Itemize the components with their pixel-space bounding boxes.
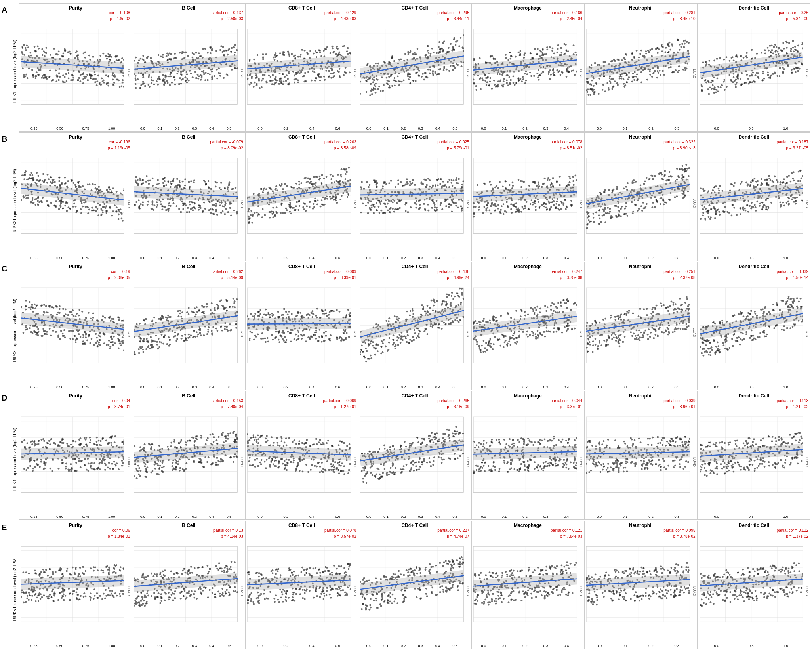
- svg-point-424: [192, 76, 194, 78]
- svg-point-8493: [715, 442, 717, 444]
- svg-point-9753: [400, 573, 402, 575]
- svg-point-3962: [604, 207, 606, 209]
- p-val: p = 3.45e-10: [673, 17, 695, 21]
- svg-point-2471: [37, 200, 39, 202]
- svg-point-6212: [667, 328, 669, 330]
- svg-point-2673: [215, 203, 217, 205]
- corr-text-C-4: partial.cor = 0.247p = 3.75e-08: [551, 269, 582, 281]
- svg-point-7838: [520, 463, 522, 465]
- svg-point-1160: [390, 75, 392, 77]
- svg-point-5259: [341, 338, 343, 340]
- svg-point-533: [219, 75, 221, 77]
- svg-point-486: [170, 75, 172, 77]
- svg-point-8606: [801, 437, 802, 439]
- svg-point-1389: [533, 75, 535, 77]
- svg-point-10058: [530, 592, 532, 594]
- svg-point-90: [58, 79, 60, 81]
- svg-point-10216: [555, 586, 557, 588]
- svg-point-7844: [473, 441, 475, 443]
- svg-point-9789: [457, 589, 459, 591]
- svg-point-861: [326, 46, 328, 48]
- svg-point-9521: [337, 595, 339, 597]
- svg-point-2909: [309, 206, 311, 208]
- svg-point-5185: [252, 315, 254, 317]
- svg-point-10065: [509, 594, 511, 596]
- svg-point-7402: [326, 460, 328, 462]
- svg-point-827: [297, 56, 299, 58]
- svg-point-1177: [423, 79, 425, 81]
- svg-point-3345: [407, 183, 409, 185]
- svg-point-5794: [513, 338, 515, 340]
- svg-point-3305: [457, 183, 459, 185]
- svg-point-10503: [588, 592, 590, 594]
- svg-point-775: [343, 74, 345, 76]
- svg-point-6350: [745, 331, 747, 333]
- plot-D-cd8+-t-cell: CD8+ T Cellpartial.cor = -0.069p = 1.27e…: [245, 391, 358, 519]
- svg-point-2851: [286, 185, 288, 187]
- svg-point-10823: [745, 592, 747, 594]
- svg-point-2760: [212, 209, 214, 211]
- svg-point-7129: [148, 443, 150, 445]
- svg-point-5297: [267, 340, 269, 342]
- svg-point-3476: [559, 184, 561, 186]
- svg-point-178: [21, 53, 23, 55]
- svg-point-7157: [196, 439, 198, 441]
- svg-point-2515: [147, 204, 149, 206]
- svg-point-1832: [669, 42, 671, 44]
- svg-point-520: [214, 75, 216, 77]
- corr-label: partial.cor = -0.079: [210, 140, 243, 144]
- svg-point-6947: [218, 460, 220, 462]
- corr-label: partial.cor = 0.26: [779, 11, 808, 15]
- svg-point-8400: [671, 438, 673, 440]
- svg-point-7776: [371, 466, 373, 468]
- svg-point-7167: [136, 477, 138, 479]
- svg-point-5673: [544, 305, 546, 307]
- svg-point-9851: [435, 565, 437, 567]
- svg-point-1796: [632, 73, 634, 75]
- svg-point-1088: [383, 61, 385, 63]
- svg-point-727: [311, 80, 313, 82]
- svg-point-10789: [760, 592, 762, 594]
- svg-point-5230: [313, 334, 315, 336]
- svg-point-2074: [740, 55, 742, 57]
- svg-point-7917: [484, 462, 486, 464]
- plot-B-cd4+-t-cell: CD4+ T Cellpartial.cor = 0.025p = 5.79e-…: [358, 132, 471, 261]
- svg-point-9806: [390, 596, 392, 598]
- svg-point-8244: [668, 443, 670, 445]
- svg-point-8052: [566, 460, 568, 462]
- svg-point-6641: [84, 458, 86, 460]
- svg-point-5391: [427, 305, 429, 307]
- svg-point-2663: [189, 211, 191, 213]
- svg-point-7554: [434, 439, 436, 441]
- svg-point-7300: [326, 442, 328, 444]
- svg-point-559: [205, 79, 207, 81]
- svg-point-10219: [509, 570, 511, 572]
- svg-point-9015: [52, 600, 54, 602]
- svg-point-5116: [260, 338, 262, 340]
- svg-point-7566: [362, 467, 364, 469]
- svg-point-10601: [659, 591, 661, 593]
- svg-point-7839: [553, 438, 555, 440]
- svg-point-7241: [284, 460, 286, 462]
- svg-point-5649: [544, 336, 546, 338]
- svg-point-3086: [294, 209, 296, 211]
- svg-point-3946: [642, 202, 644, 204]
- svg-point-10538: [594, 590, 596, 592]
- svg-point-7284: [338, 445, 340, 447]
- svg-point-10775: [762, 567, 764, 569]
- corr-text-B-4: partial.cor = 0.078p = 8.51e-02: [551, 139, 582, 151]
- svg-point-10595: [646, 571, 648, 573]
- svg-point-7162: [222, 432, 224, 434]
- svg-point-7602: [367, 471, 369, 473]
- svg-point-6604: [40, 461, 42, 463]
- svg-point-8254: [618, 471, 620, 473]
- svg-point-3615: [552, 177, 554, 179]
- svg-point-5518: [406, 341, 408, 343]
- svg-point-4786: [203, 311, 205, 313]
- svg-point-8837: [51, 590, 53, 592]
- svg-point-377: [210, 69, 212, 71]
- svg-point-4981: [208, 329, 210, 331]
- svg-point-7466: [341, 441, 343, 443]
- svg-point-7452: [285, 437, 287, 439]
- svg-point-6913: [139, 467, 141, 469]
